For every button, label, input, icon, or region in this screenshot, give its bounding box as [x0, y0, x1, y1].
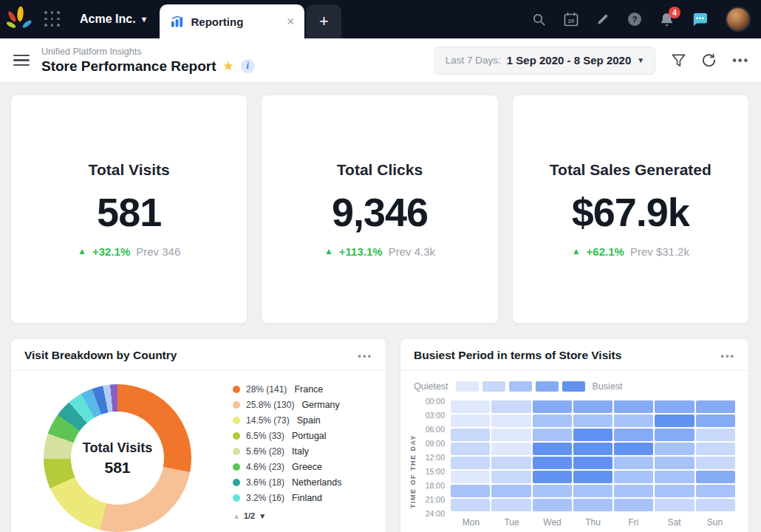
heatmap-cell[interactable]: [614, 415, 653, 427]
heatmap-cell[interactable]: [573, 429, 612, 441]
info-icon[interactable]: i: [241, 59, 255, 73]
legend-page-up-icon[interactable]: ▲: [233, 512, 240, 520]
tab-close-icon[interactable]: ×: [287, 15, 295, 28]
heatmap-cell[interactable]: [696, 471, 735, 483]
heatmap-cell[interactable]: [573, 400, 612, 413]
heatmap-cell[interactable]: [533, 457, 572, 469]
edit-pencil-icon[interactable]: [596, 13, 610, 26]
heatmap-cell[interactable]: [696, 443, 735, 455]
x-tick-label: Mon: [451, 517, 491, 528]
legend-item[interactable]: 3.6% (18)Netherlands: [233, 474, 341, 490]
heatmap-cell[interactable]: [491, 485, 530, 497]
heatmap-cell[interactable]: [696, 485, 735, 497]
search-icon[interactable]: [532, 13, 546, 27]
more-options-icon[interactable]: •••: [732, 54, 749, 67]
legend-item[interactable]: 4.6% (23)Greece: [233, 459, 341, 474]
heatmap-cell[interactable]: [655, 499, 694, 511]
help-icon[interactable]: ?: [627, 12, 642, 27]
heatmap-cell[interactable]: [573, 443, 612, 455]
heatmap-cell[interactable]: [614, 457, 653, 469]
heatmap-cell[interactable]: [655, 415, 694, 427]
heatmap-cell[interactable]: [533, 415, 572, 427]
menu-hamburger-icon[interactable]: [13, 55, 30, 66]
heatmap-cell[interactable]: [451, 443, 490, 455]
heatmap-cell[interactable]: [533, 429, 572, 441]
heatmap-cell[interactable]: [533, 485, 572, 497]
heatmap-cell[interactable]: [655, 457, 694, 469]
heatmap-cell[interactable]: [451, 471, 490, 483]
y-tick-label: 06:00: [426, 425, 445, 434]
heatmap-cell[interactable]: [655, 471, 694, 483]
heatmap-cell[interactable]: [491, 429, 530, 441]
heatmap-cell[interactable]: [696, 429, 735, 441]
heatmap-cell[interactable]: [655, 400, 694, 413]
heatmap-cell[interactable]: [696, 415, 735, 427]
heatmap-cell[interactable]: [491, 471, 530, 483]
heatmap-cell[interactable]: [491, 499, 530, 511]
favorite-star-icon[interactable]: ★: [223, 58, 234, 74]
heatmap-cell[interactable]: [451, 400, 490, 413]
heatmap-grid[interactable]: [451, 400, 735, 511]
legend-item[interactable]: 5.6% (28)Italy: [233, 443, 341, 459]
date-range-picker[interactable]: Last 7 Days: 1 Sep 2020 - 8 Sep 2020 ▼: [434, 47, 655, 75]
heatmap-cell[interactable]: [573, 499, 612, 511]
heatmap-cell[interactable]: [573, 471, 612, 483]
add-tab-button[interactable]: +: [306, 4, 341, 38]
heatmap-cell[interactable]: [655, 485, 694, 497]
heatmap-cell[interactable]: [696, 457, 735, 469]
heatmap-cell[interactable]: [451, 429, 490, 441]
heatmap-cell[interactable]: [491, 443, 530, 455]
heatmap-cell[interactable]: [696, 499, 735, 511]
card-menu-icon[interactable]: •••: [720, 350, 735, 361]
heatmap-cell[interactable]: [451, 457, 490, 469]
chevron-down-icon[interactable]: ▼: [140, 15, 149, 24]
legend-pagination: ▲ 1/2 ▼: [233, 511, 341, 520]
chat-icon[interactable]: [692, 12, 708, 27]
kpi-card-total-sales[interactable]: Total Sales Generated $67.9k ▲ +62.1% Pr…: [512, 95, 749, 324]
y-tick-label: 15:00: [426, 467, 445, 476]
tab-reporting[interactable]: Reporting ×: [160, 4, 304, 38]
heatmap-cell[interactable]: [573, 415, 612, 427]
legend-item[interactable]: 28% (141)France: [233, 381, 341, 397]
apps-grid-icon[interactable]: [44, 11, 61, 27]
heatmap-cell[interactable]: [451, 415, 490, 427]
kpi-card-total-clicks[interactable]: Total Clicks 9,346 ▲ +113.1% Prev 4.3k: [261, 95, 498, 324]
kpi-card-total-visits[interactable]: Total Visits 581 ▲ +32.1% Prev 346: [10, 95, 248, 324]
heatmap-cell[interactable]: [655, 429, 694, 441]
heatmap-cell[interactable]: [451, 485, 490, 497]
heatmap-cell[interactable]: [573, 485, 612, 497]
legend-item[interactable]: 3.2% (16)Finland: [233, 490, 341, 505]
heatmap-cell[interactable]: [614, 429, 653, 441]
legend-page-down-icon[interactable]: ▼: [259, 512, 266, 520]
user-avatar[interactable]: [726, 7, 751, 32]
heatmap-cell[interactable]: [614, 443, 653, 455]
legend-item[interactable]: 6.5% (33)Portugal: [233, 428, 341, 443]
legend-item[interactable]: 25.8% (130)Germany: [233, 397, 341, 412]
heatmap-cell[interactable]: [696, 400, 735, 413]
heatmap-cell[interactable]: [614, 485, 653, 497]
heatmap-cell[interactable]: [655, 443, 694, 455]
heatmap-cell[interactable]: [491, 457, 530, 469]
heatmap-cell[interactable]: [491, 415, 530, 427]
calendar-icon[interactable]: 20: [564, 12, 579, 27]
x-tick-label: Tue: [491, 517, 532, 528]
heatmap-cell[interactable]: [614, 400, 653, 413]
heatmap-cell[interactable]: [533, 471, 572, 483]
heatmap-cell[interactable]: [533, 400, 572, 413]
heatmap-cell[interactable]: [614, 499, 653, 511]
heatmap-cell[interactable]: [451, 499, 490, 511]
filter-icon[interactable]: [672, 54, 686, 67]
card-menu-icon[interactable]: •••: [358, 350, 372, 361]
app-logo-icon[interactable]: [0, 0, 38, 38]
heatmap-cell[interactable]: [533, 499, 572, 511]
legend-value: 28% (141): [246, 384, 287, 395]
legend-item[interactable]: 14.5% (73)Spain: [233, 412, 341, 428]
heatmap-cell[interactable]: [614, 471, 653, 483]
heatmap-cell[interactable]: [573, 457, 612, 469]
kpi-title: Total Visits: [89, 161, 170, 179]
company-switcher[interactable]: Acme Inc.: [80, 13, 136, 26]
refresh-icon[interactable]: [702, 53, 716, 67]
notifications-bell-icon[interactable]: 4: [660, 12, 674, 27]
heatmap-cell[interactable]: [491, 400, 530, 413]
heatmap-cell[interactable]: [533, 443, 572, 455]
